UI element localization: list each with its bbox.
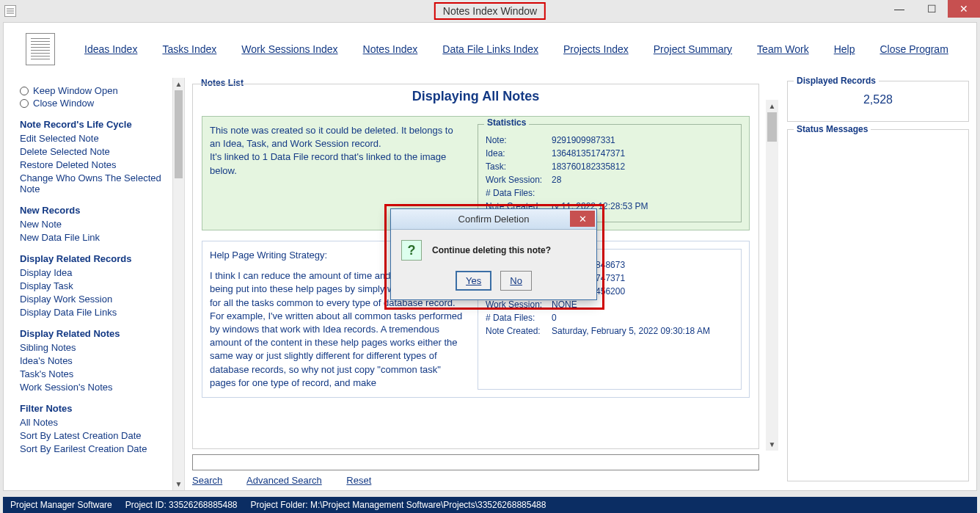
sidebar-heading: New Records [20, 205, 165, 216]
sidebar-heading: Note Record's Life Cycle [20, 119, 165, 130]
menu-team-work[interactable]: Team Work [757, 43, 809, 55]
sidebar-restore-deleted-notes[interactable]: Restore Deleted Notes [20, 159, 165, 170]
menu-row: Ideas Index Tasks Index Work Sessions In… [4, 23, 976, 76]
radio-label: Close Window [33, 98, 94, 109]
stat-key: # Data Files: [486, 188, 552, 198]
stat-value: 0 [552, 313, 734, 323]
sidebar-display-work-session[interactable]: Display Work Session [20, 294, 165, 305]
status-project-id: Project ID: 33526268885488 [125, 500, 238, 510]
sidebar-display-task[interactable]: Display Task [20, 280, 165, 291]
sidebar-heading: Filter Notes [20, 403, 165, 414]
scroll-up-icon[interactable]: ▲ [173, 78, 184, 90]
sidebar-edit-selected-note[interactable]: Edit Selected Note [20, 133, 165, 144]
sidebar-heading: Display Related Notes [20, 328, 165, 339]
menu-tasks-index[interactable]: Tasks Index [162, 43, 216, 55]
sidebar-all-notes[interactable]: All Notes [20, 417, 165, 428]
stat-value: Saturday, February 5, 2022 09:30:18 AM [552, 326, 734, 336]
stat-key: Idea: [486, 148, 552, 159]
dialog-title-text: Confirm Deletion [458, 214, 530, 225]
sidebar-ideas-notes[interactable]: Idea's Notes [20, 355, 165, 366]
sidebar-change-owner[interactable]: Change Who Owns The Selected Note [20, 172, 165, 194]
menu-ideas-index[interactable]: Ideas Index [84, 43, 137, 55]
sidebar-heading: Display Related Records [20, 253, 165, 264]
dialog-message: Continue deleting this note? [432, 245, 551, 255]
titlebar: Notes Index Window — ☐ ✕ [0, 0, 980, 22]
menubar: Ideas Index Tasks Index Work Sessions In… [84, 43, 948, 55]
sidebar-delete-selected-note[interactable]: Delete Selected Note [20, 146, 165, 157]
menu-help[interactable]: Help [834, 43, 855, 55]
radio-close-window[interactable]: Close Window [20, 98, 165, 109]
displayed-records-legend: Displayed Records [794, 76, 879, 86]
sidebar-work-sessions-notes[interactable]: Work Session's Notes [20, 382, 165, 393]
right-column: Displayed Records 2,528 Status Messages [780, 78, 976, 490]
notes-list-heading: Displaying All Notes [202, 89, 750, 104]
radio-keep-window-open[interactable]: Keep Window Open [20, 85, 165, 96]
stat-value: 28 [552, 175, 734, 185]
scroll-track[interactable] [766, 142, 778, 438]
radio-label: Keep Window Open [33, 85, 118, 96]
question-icon: ? [401, 240, 422, 261]
sidebar-tasks-notes[interactable]: Task's Notes [20, 368, 165, 379]
search-bar: Search Advanced Search Reset [192, 454, 759, 486]
stat-value [552, 188, 734, 198]
displayed-records-value: 2,528 [797, 89, 959, 111]
sidebar-scrollbar[interactable]: ▲ ▼ [172, 78, 185, 490]
status-messages-legend: Status Messages [794, 124, 871, 134]
scroll-up-icon[interactable]: ▲ [766, 100, 778, 112]
document-icon [4, 5, 16, 17]
scroll-thumb[interactable] [767, 112, 777, 142]
stat-value: 136481351747371 [552, 148, 734, 159]
status-app-name: Project Manager Software [10, 500, 112, 510]
sidebar-sort-earliest[interactable]: Sort By Earilest Creation Date [20, 443, 165, 454]
menu-work-sessions-index[interactable]: Work Sessions Index [241, 43, 337, 55]
minimize-button[interactable]: — [883, 0, 915, 18]
scroll-thumb[interactable] [175, 90, 183, 178]
menu-close-program[interactable]: Close Program [880, 43, 948, 55]
stat-key: Note Created: [486, 326, 552, 336]
stat-key: Work Session: [486, 175, 552, 185]
status-value: M:\Project Management Software\Projects\… [310, 500, 546, 510]
no-button[interactable]: No [500, 271, 532, 291]
advanced-search-link[interactable]: Advanced Search [246, 475, 322, 486]
menu-projects-index[interactable]: Projects Index [563, 43, 629, 55]
sidebar-display-idea[interactable]: Display Idea [20, 267, 165, 278]
confirm-deletion-dialog: Confirm Deletion ✕ ? Continue deleting t… [390, 208, 597, 300]
status-bar: Project Manager Software Project ID: 335… [3, 497, 977, 513]
window-close-button[interactable]: ✕ [948, 0, 980, 18]
stat-key: Task: [486, 161, 552, 172]
dialog-title: Confirm Deletion ✕ [391, 209, 596, 230]
window-title: Notes Index Window [434, 2, 546, 20]
sidebar-new-note[interactable]: New Note [20, 219, 165, 230]
notes-scrollbar[interactable]: ▲ ▼ [766, 100, 778, 451]
status-messages-panel: Status Messages [787, 129, 969, 481]
displayed-records-panel: Displayed Records 2,528 [787, 81, 969, 122]
menu-notes-index[interactable]: Notes Index [363, 43, 418, 55]
scroll-down-icon[interactable]: ▼ [766, 438, 778, 451]
app-icon [26, 33, 55, 65]
sidebar-display-data-file-links[interactable]: Display Data File Links [20, 307, 165, 318]
statistics-legend: Statistics [484, 117, 529, 128]
yes-button[interactable]: Yes [456, 271, 491, 291]
sidebar: Keep Window Open Close Window Note Recor… [4, 78, 172, 490]
reset-link[interactable]: Reset [346, 475, 371, 486]
menu-data-file-links-index[interactable]: Data File Links Index [442, 43, 538, 55]
status-project-folder: Project Folder: M:\Project Management So… [251, 500, 546, 510]
status-label: Project ID: [125, 500, 167, 510]
stat-value: 183760182335812 [552, 161, 734, 172]
scroll-down-icon[interactable]: ▼ [173, 478, 184, 490]
status-label: Project Folder: [251, 500, 308, 510]
radio-icon [20, 99, 29, 108]
sidebar-sibling-notes[interactable]: Sibling Notes [20, 342, 165, 353]
menu-project-summary[interactable]: Project Summary [654, 43, 732, 55]
stat-value: 9291909987331 [552, 135, 734, 145]
search-input[interactable] [192, 454, 759, 470]
stat-key: # Data Files: [486, 313, 552, 323]
radio-icon [20, 87, 29, 95]
dialog-close-button[interactable]: ✕ [570, 211, 595, 227]
search-link[interactable]: Search [192, 475, 222, 486]
maximize-button[interactable]: ☐ [915, 0, 948, 18]
sidebar-sort-latest[interactable]: Sort By Latest Creation Date [20, 430, 165, 441]
status-value: 33526268885488 [169, 500, 237, 510]
sidebar-new-data-file-link[interactable]: New Data File Link [20, 232, 165, 243]
scroll-track[interactable] [173, 178, 184, 478]
